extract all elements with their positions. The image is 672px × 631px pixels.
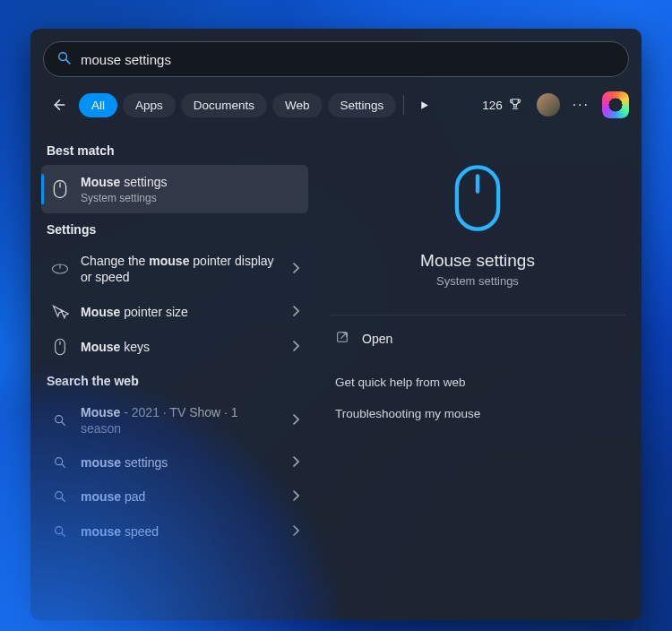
section-web: Search the web [47,374,303,388]
trophy-icon [508,97,522,114]
rewards-points[interactable]: 126 [482,97,522,114]
chevron-right-icon [292,304,299,320]
search-icon [50,455,70,470]
svg-point-11 [56,458,63,465]
search-icon [56,50,72,69]
svg-line-14 [62,498,65,501]
tab-settings[interactable]: Settings [328,93,397,117]
help-link[interactable]: Troubleshooting my mouse [330,398,625,429]
mouse-large-icon [452,163,504,237]
section-settings: Settings [47,222,303,237]
svg-point-13 [56,492,63,499]
pointer-size-icon [50,304,70,320]
result-web-item[interactable]: mouse speed [41,514,308,549]
tab-apps[interactable]: Apps [123,93,176,117]
play-button[interactable] [411,99,436,111]
chevron-right-icon [292,523,299,540]
divider [330,315,625,316]
results-list: Best match Mouse settings System setting… [30,131,314,620]
search-input[interactable] [81,52,616,67]
result-title-bold: Mouse [81,175,120,189]
search-bar[interactable] [43,41,629,77]
tab-web[interactable]: Web [272,93,323,117]
preview-pane: Mouse settings System settings Open Get … [314,131,642,620]
result-web-item[interactable]: mouse pad [41,480,308,514]
chevron-right-icon [292,339,299,355]
svg-point-9 [56,416,63,423]
preview-title: Mouse settings [420,251,535,271]
result-settings-item[interactable]: Change the mouse pointer display or spee… [41,244,308,294]
preview-subtitle: System settings [436,274,519,288]
svg-line-1 [66,59,70,63]
search-icon [50,413,70,428]
result-settings-item[interactable]: Mouse keys [41,329,308,365]
copilot-icon[interactable] [602,91,629,118]
result-web-item[interactable]: Mouse - 2021 · TV Show · 1 season [41,395,308,445]
chevron-right-icon [292,412,299,428]
tab-documents[interactable]: Documents [181,93,267,117]
quick-help-label: Get quick help from web [330,367,625,398]
svg-line-12 [62,464,65,467]
result-web-item[interactable]: mouse settings [41,445,308,480]
result-best-match[interactable]: Mouse settings System settings [41,165,308,213]
result-subtitle: System settings [81,192,299,204]
tab-all[interactable]: All [79,93,117,117]
user-avatar[interactable] [537,93,560,117]
windows-search-panel: All Apps Documents Web Settings 126 ··· … [30,29,642,620]
search-icon [50,489,70,504]
open-label: Open [362,332,392,346]
chevron-right-icon [292,261,299,277]
filter-row: All Apps Documents Web Settings 126 ··· [30,86,642,131]
search-icon [50,524,70,539]
filter-tabs: All Apps Documents Web Settings [79,93,396,117]
open-action[interactable]: Open [330,319,625,358]
open-icon [335,330,351,347]
chevron-right-icon [292,454,299,471]
result-title-rest: settings [120,175,167,189]
section-best-match: Best match [47,143,303,158]
svg-line-10 [62,422,65,425]
svg-line-16 [62,533,65,536]
back-button[interactable] [43,90,73,120]
more-button[interactable]: ··· [573,97,590,113]
mouse-outline-icon [50,338,70,356]
points-value: 126 [482,99,503,112]
mouse-flat-icon [50,263,70,275]
divider [403,95,404,115]
chevron-right-icon [292,488,299,505]
svg-point-15 [56,526,63,533]
mouse-icon [50,179,70,199]
result-settings-item[interactable]: Mouse pointer size [41,295,308,329]
